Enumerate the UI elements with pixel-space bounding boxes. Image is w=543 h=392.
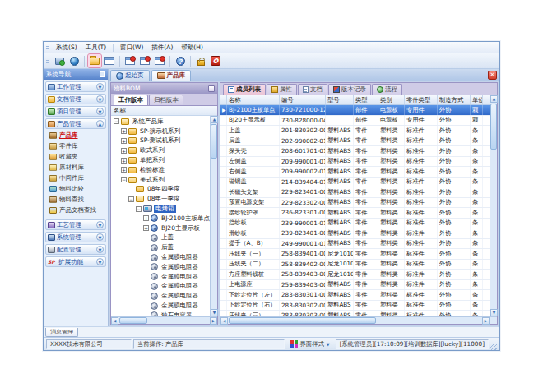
mail-alert-button[interactable] [123, 54, 137, 67]
tree-hscroll-thumb[interactable] [119, 317, 147, 324]
tab-产品库[interactable]: 产品库 [151, 70, 192, 81]
sidebar-item-产品文档查找[interactable]: 产品文档查找 [49, 205, 106, 215]
scroll-down-icon[interactable]: ▼ [490, 309, 498, 316]
pin-icon[interactable] [208, 85, 215, 92]
collapse-icon[interactable]: − [114, 118, 119, 124]
expand-icon[interactable]: + [121, 148, 127, 154]
sidebar-section-产品管理[interactable]: 产品管理▲ [45, 118, 106, 129]
sidebar-section-工作管理[interactable]: 工作管理▼ [45, 81, 106, 92]
tree-node-检验标准[interactable]: +检验标准 [111, 165, 210, 175]
chevron-down-icon[interactable]: ▼ [96, 83, 104, 90]
menu-item-4[interactable]: 插件(A) [147, 43, 177, 53]
column-header-型号[interactable]: 型号 [326, 95, 354, 104]
menubar-grip[interactable] [46, 44, 49, 51]
open-folder-button[interactable] [88, 54, 101, 67]
tab-成员列表[interactable]: 成员列表 [223, 84, 266, 95]
tab-流程[interactable]: 流程 [372, 84, 402, 95]
column-header-编号[interactable]: 编号 [280, 95, 326, 104]
sidebar-item-原材料库[interactable]: 原材料库 [49, 163, 106, 173]
collapse-icon[interactable]: − [128, 196, 134, 202]
scroll-down-icon[interactable]: ▼ [211, 309, 218, 316]
table-row[interactable]: 上电源座259-839403-00I塑料ABS零件塑料类标准件外协条 [220, 280, 490, 291]
scroll-up-icon[interactable]: ▲ [490, 95, 498, 103]
tree-node-电烤箱[interactable]: −电烤箱 [111, 204, 210, 214]
grid-horizontal-scrollbar[interactable]: ◀ ▶ [220, 316, 490, 324]
sidebar-item-物料比较[interactable]: 物料比较 [49, 184, 106, 194]
scroll-right-icon[interactable]: ▶ [482, 317, 490, 325]
table-row[interactable]: 压线夹（一）258-839401-00I尼龙1010零件塑料类标准件外协条 [220, 249, 490, 260]
sidebar-section-扩展功能[interactable]: SP扩展功能▼ [45, 256, 106, 267]
table-row[interactable]: 预置电源支架229-823302-00I塑料ABS零件塑料类标准件外协条 [220, 198, 490, 209]
calendar-alert-button[interactable] [153, 54, 166, 67]
table-row[interactable]: 左侧盖209-990001-01I塑料ABS零件塑料类标准件外协条 [220, 157, 490, 168]
sidebar-section-配置管理[interactable]: 配置管理▼ [45, 244, 106, 255]
chevron-down-icon[interactable]: ▼ [96, 95, 104, 103]
sidebar-collapse-icon[interactable] [100, 71, 105, 77]
globe-button[interactable] [67, 54, 81, 67]
collapse-icon[interactable]: − [136, 206, 142, 212]
table-row[interactable]: 长磁头支架229-823401-00I塑料ABS零件塑料类标准件外协条 [220, 187, 490, 198]
tree-node-SP-演示机系列[interactable]: +SP-演示机系列 [111, 127, 210, 136]
chevron-down-icon[interactable]: ▼ [96, 258, 104, 265]
tree-node-金属膜电阻器[interactable]: 金属膜电阻器 [111, 282, 210, 292]
collapse-icon[interactable]: − [121, 177, 127, 182]
sidebar-section-工艺管理[interactable]: 工艺管理▼ [45, 219, 106, 230]
tree-node-08年一季度[interactable]: −08年一季度 [111, 194, 210, 204]
toolbar-grip[interactable] [46, 58, 49, 65]
sidebar-item-收藏夹[interactable]: 收藏夹 [49, 152, 106, 162]
help-button[interactable]: ? [174, 54, 187, 67]
tab-文档[interactable]: 文档 [298, 84, 327, 95]
resize-grip[interactable] [490, 344, 497, 350]
tree-node-BJ-2100主板单点[interactable]: +BJ-2100主板单点 [111, 214, 210, 224]
grid-hscroll-thumb[interactable] [229, 317, 376, 324]
menu-item-2[interactable]: 工具(T) [81, 43, 110, 53]
tree-node-上盖[interactable]: 上盖 [111, 233, 210, 243]
table-row[interactable]: 压线夹（三）283-830303-00I塑料ABS零件塑料类标准件外协条 [220, 311, 490, 316]
tree-node-金属膜电阻器[interactable]: 金属膜电阻器 [111, 301, 210, 311]
column-header-制造方式[interactable]: 制造方式 [438, 95, 471, 104]
sidebar-section-文档管理[interactable]: 文档管理▼ [45, 94, 106, 104]
tree-node-BJ20主显示板[interactable]: +BJ20主显示板 [111, 224, 210, 233]
tab-版本记录[interactable]: 版本记录 [328, 84, 371, 95]
table-row[interactable]: 压线夹（二）258-839402-00I尼龙1010零件塑料类标准件外协条 [220, 260, 490, 270]
expand-icon[interactable]: + [121, 167, 127, 173]
sidebar-section-系统管理[interactable]: 系统管理▼ [45, 232, 106, 242]
tree-node-单把系列[interactable]: +单把系列 [111, 155, 210, 165]
close-tab-button[interactable]: ✕ [488, 71, 497, 80]
table-row[interactable]: 下纱定位片（左）283-830301-00I塑料ABS零件塑料类标准件外协条 [220, 290, 490, 301]
tree-horizontal-scrollbar[interactable]: ◀ ▶ [111, 316, 217, 324]
column-header-类别[interactable]: 类别 [378, 95, 405, 104]
sidebar-item-零件库[interactable]: 零件库 [49, 141, 106, 151]
tree-node-欧式系列[interactable]: +欧式系列 [111, 145, 210, 155]
tab-属性[interactable]: 属性 [267, 84, 297, 95]
lock-button[interactable] [194, 54, 207, 67]
table-row[interactable]: ▶BJ-2100主板单点730-721000-12I部件电源板专用件外协颗 [220, 105, 490, 116]
tree-node-金属膜电阻器[interactable]: 金属膜电阻器 [111, 252, 210, 262]
chevron-down-icon[interactable]: ▼ [96, 246, 104, 253]
menu-item-5[interactable]: 帮助(H) [177, 43, 207, 53]
menu-item-3[interactable]: 窗口(W) [116, 43, 147, 53]
menu-item-1[interactable]: 系统(S) [52, 43, 81, 53]
tab-归档版本[interactable]: 归档版本 [149, 95, 183, 105]
expand-icon[interactable]: + [121, 158, 127, 164]
tree-node-08年四季度[interactable]: 08年四季度 [111, 185, 210, 195]
interface-style-dropdown[interactable]: 界面样式 ▼ [286, 339, 334, 349]
table-row[interactable]: BJ20主显示板730-828000-04I部件电源板专用件外协颗 [220, 116, 490, 127]
window-alert-button[interactable] [138, 54, 151, 67]
tree-node-独石电容器[interactable]: 独石电容器 [111, 311, 210, 316]
tab-工作版本[interactable]: 工作版本 [114, 95, 148, 105]
tree-column-header[interactable]: 名称 [111, 106, 217, 116]
table-row[interactable]: 方座塑料线桩258-839403-00I尼龙1010零件塑料类标准件外协条 [220, 270, 490, 280]
window-list-button[interactable] [103, 54, 116, 67]
table-row[interactable]: 接纱轮护罩236-823301-00I塑料ABS零件塑料类标准件外协条 [220, 208, 490, 219]
message-tab[interactable]: 消息管理 [45, 328, 78, 337]
expand-icon[interactable]: + [143, 215, 149, 221]
grid-vscroll-thumb[interactable] [490, 104, 497, 150]
tree-node-系统产品库[interactable]: −系统产品库 [111, 117, 210, 127]
tree-vscroll-thumb[interactable] [211, 124, 217, 159]
table-row[interactable]: 滑纱板239-823401-00I塑料ABS零件塑料类标准件外协条 [220, 228, 490, 239]
scroll-up-icon[interactable]: ▲ [211, 116, 218, 123]
tree-node-美式系列[interactable]: −美式系列 [111, 175, 210, 185]
tree-node-金属膜电阻器[interactable]: 金属膜电阻器 [111, 262, 210, 272]
column-header-零件类型[interactable]: 零件类型 [405, 95, 438, 104]
